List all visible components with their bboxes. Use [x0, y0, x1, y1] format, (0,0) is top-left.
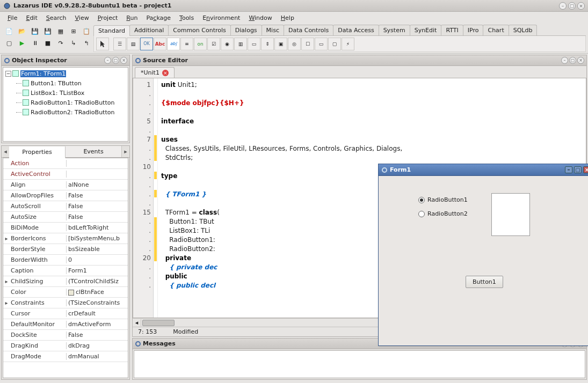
tabs-prev-icon[interactable]: ◂: [2, 148, 9, 155]
property-row[interactable]: DragModedmManual: [3, 351, 128, 362]
tab-system[interactable]: System: [379, 25, 410, 35]
pause-icon[interactable]: ⏸: [29, 38, 41, 48]
property-row[interactable]: AllowDropFilesFalse: [3, 190, 128, 201]
close-icon[interactable]: ×: [577, 57, 584, 64]
comp-groupbox-icon[interactable]: ▣: [274, 38, 287, 50]
close-icon[interactable]: ×: [583, 166, 588, 173]
minimize-icon[interactable]: –: [565, 166, 572, 173]
tab-close-icon[interactable]: ×: [162, 70, 169, 76]
minimize-icon[interactable]: –: [561, 57, 568, 64]
comp-combobox-icon[interactable]: ▭: [248, 38, 260, 50]
maximize-icon[interactable]: ▢: [569, 57, 576, 64]
design-listbox1[interactable]: [491, 193, 530, 236]
property-row[interactable]: CaptionForm1: [3, 266, 128, 276]
property-row[interactable]: Action: [3, 158, 128, 169]
form-designer-titlebar[interactable]: Form1 – ▢ ×: [379, 164, 588, 176]
tab-misc[interactable]: Misc: [262, 25, 284, 35]
menu-search[interactable]: Search: [43, 13, 70, 23]
property-row[interactable]: AlignalNone: [3, 180, 128, 190]
menu-environment[interactable]: Environment: [199, 13, 243, 23]
tab-sqldb[interactable]: SQLdb: [509, 25, 538, 35]
design-radiobutton1[interactable]: RadioButton1: [418, 196, 468, 203]
comp-checkbox-icon[interactable]: ☑: [207, 38, 220, 50]
tree-root[interactable]: −Form1: TForm1: [4, 69, 127, 78]
property-row[interactable]: BorderWidth0: [3, 255, 128, 266]
open-icon[interactable]: 📂: [16, 26, 28, 36]
comp-label-icon[interactable]: Abc: [154, 38, 166, 50]
property-row[interactable]: CursorcrDefault: [3, 308, 128, 319]
comp-togglebox-icon[interactable]: on: [194, 38, 207, 50]
view-units-icon[interactable]: 📋: [81, 26, 92, 36]
comp-button-icon[interactable]: OK: [140, 38, 153, 50]
menu-tools[interactable]: Tools: [176, 13, 197, 23]
property-row[interactable]: BorderStylebsSizeable: [3, 244, 128, 255]
component-tree[interactable]: −Form1: TForm1 Button1: TButton ListBox1…: [3, 67, 128, 142]
property-row[interactable]: DockSiteFalse: [3, 330, 128, 341]
tab-ipro[interactable]: IPro: [463, 25, 484, 35]
comp-listbox-icon[interactable]: ▥: [234, 38, 247, 50]
minimize-icon[interactable]: –: [104, 57, 111, 64]
stop-icon[interactable]: ■: [42, 38, 54, 48]
tab-events[interactable]: Events: [66, 146, 122, 157]
property-row[interactable]: DefaultMonitordmActiveForm: [3, 319, 128, 330]
design-button1[interactable]: Button1: [466, 276, 503, 288]
tab-additional[interactable]: Additional: [129, 25, 169, 35]
comp-mainmenu-icon[interactable]: ☰: [113, 38, 126, 50]
pointer-icon[interactable]: [96, 38, 109, 50]
property-row[interactable]: AutoScrollFalse: [3, 201, 128, 212]
property-row[interactable]: ActiveControl: [3, 169, 128, 180]
property-row[interactable]: BiDiModebdLeftToRight: [3, 223, 128, 233]
step-over-icon[interactable]: ↷: [55, 38, 67, 48]
property-row[interactable]: ▸Constraints(TSizeConstraints: [3, 298, 128, 308]
save-icon[interactable]: 💾: [29, 26, 41, 36]
menu-help[interactable]: Help: [278, 13, 297, 23]
new-unit-icon[interactable]: 📄: [3, 26, 15, 36]
close-icon[interactable]: ×: [120, 57, 127, 64]
menu-view[interactable]: View: [72, 13, 92, 23]
step-out-icon[interactable]: ↰: [81, 38, 92, 48]
design-radiobutton2[interactable]: RadioButton2: [418, 210, 468, 217]
tab-data-controls[interactable]: Data Controls: [284, 25, 333, 35]
maximize-icon[interactable]: ▢: [568, 2, 576, 10]
new-form-icon[interactable]: ▦: [55, 26, 67, 36]
step-into-icon[interactable]: ↳: [68, 38, 79, 48]
view-forms-icon[interactable]: ▢: [3, 38, 15, 48]
tree-item[interactable]: RadioButton1: TRadioButton: [4, 98, 127, 107]
toggle-form-icon[interactable]: ⊞: [68, 26, 79, 36]
tabs-next-icon[interactable]: ▸: [122, 148, 129, 155]
source-tab[interactable]: *Unit1×: [135, 67, 175, 78]
property-grid[interactable]: ActionActiveControlAlignalNoneAllowDropF…: [3, 158, 128, 378]
messages-list[interactable]: [134, 350, 585, 378]
form-designer-window[interactable]: Form1 – ▢ × RadioButton1 RadioButton2 Bu…: [378, 164, 588, 346]
comp-edit-icon[interactable]: ab|: [167, 38, 180, 50]
minimize-icon[interactable]: –: [559, 2, 567, 10]
saveall-icon[interactable]: 💾: [42, 26, 54, 36]
tab-synedit[interactable]: SynEdit: [410, 25, 442, 35]
tab-standard[interactable]: Standard: [93, 25, 130, 36]
comp-panel-icon[interactable]: ▭: [315, 38, 328, 50]
close-icon[interactable]: ×: [577, 2, 585, 10]
menu-window[interactable]: Window: [245, 13, 275, 23]
menu-run[interactable]: Run: [123, 13, 141, 23]
property-row[interactable]: ▸BorderIcons[biSystemMenu,b: [3, 233, 128, 244]
comp-frame-icon[interactable]: ▢: [328, 38, 341, 50]
comp-radiobutton-icon[interactable]: ◉: [221, 38, 234, 50]
maximize-icon[interactable]: ▢: [574, 166, 582, 173]
menu-file[interactable]: File: [4, 13, 20, 23]
comp-actionlist-icon[interactable]: ⚡: [342, 38, 354, 50]
tab-properties[interactable]: Properties: [9, 146, 66, 158]
property-row[interactable]: AutoSizeFalse: [3, 212, 128, 223]
comp-radiogroup-icon[interactable]: ◎: [288, 38, 301, 50]
tree-item[interactable]: RadioButton2: TRadioButton: [4, 107, 127, 117]
comp-memo-icon[interactable]: ≡: [180, 38, 193, 50]
tab-data-access[interactable]: Data Access: [333, 25, 379, 35]
tab-common-controls[interactable]: Common Controls: [168, 25, 231, 35]
property-row[interactable]: DragKinddkDrag: [3, 341, 128, 351]
run-icon[interactable]: ▶: [16, 38, 28, 48]
tab-chart[interactable]: Chart: [483, 25, 509, 35]
tree-item[interactable]: ListBox1: TListBox: [4, 88, 127, 98]
menu-project[interactable]: Project: [95, 13, 121, 23]
tab-rtti[interactable]: RTTI: [441, 25, 463, 35]
menu-edit[interactable]: Edit: [23, 13, 40, 23]
maximize-icon[interactable]: ▢: [112, 57, 119, 64]
